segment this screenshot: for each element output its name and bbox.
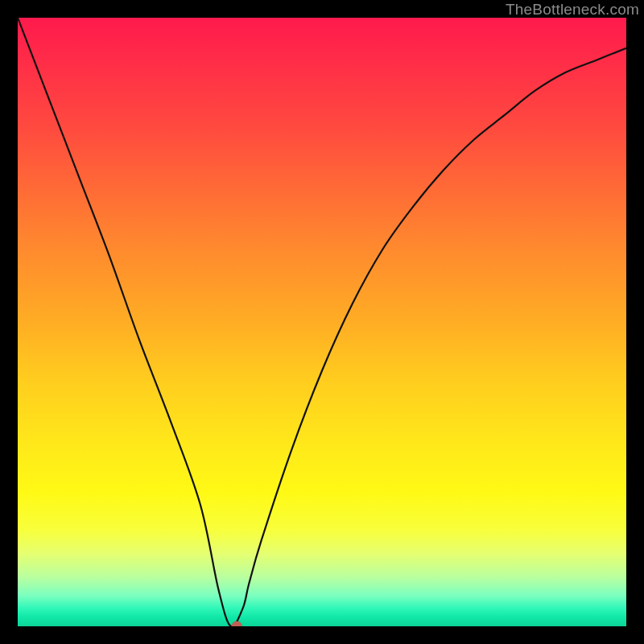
bottleneck-curve xyxy=(18,18,626,626)
chart-container: TheBottleneck.com xyxy=(0,0,644,644)
red-dot-icon xyxy=(232,621,242,627)
curve-svg xyxy=(18,18,626,626)
plot-area xyxy=(18,18,626,626)
watermark-text: TheBottleneck.com xyxy=(506,1,639,19)
